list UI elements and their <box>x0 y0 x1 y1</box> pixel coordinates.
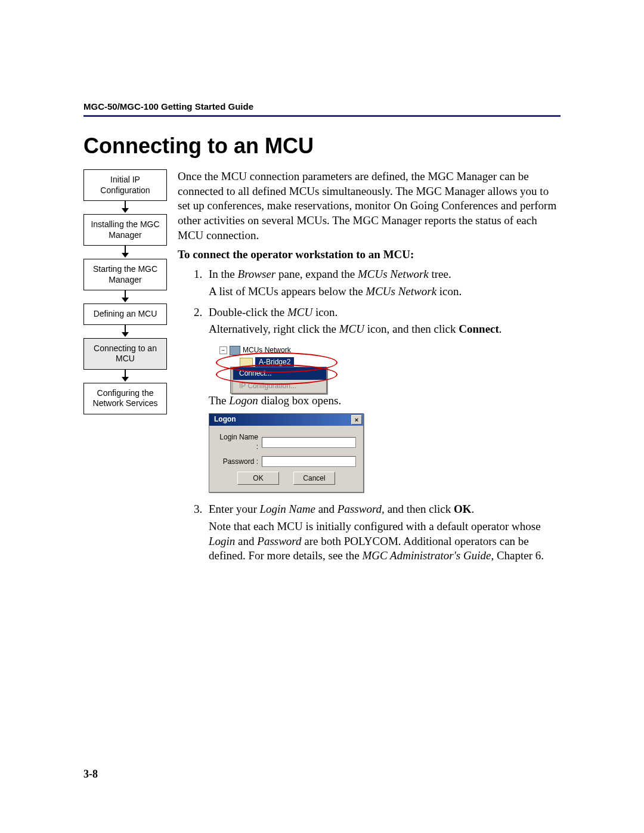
flow-arrow <box>83 325 167 338</box>
flow-arrow <box>83 290 167 304</box>
close-icon[interactable]: × <box>351 415 362 425</box>
password-row: Password : <box>216 456 356 467</box>
flow-step-initial-ip: Initial IP Configuration <box>83 169 167 201</box>
mcu-icon <box>240 358 253 367</box>
context-menu: Connect... IP Configuration... <box>230 367 327 394</box>
procedure-list: In the Browser pane, expand the MCUs Net… <box>178 267 561 563</box>
context-menu-edge <box>231 367 233 393</box>
login-name-input[interactable] <box>262 437 356 448</box>
main-content: Once the MCU connection parameters are d… <box>178 169 561 569</box>
network-icon <box>230 346 240 355</box>
intro-paragraph: Once the MCU connection parameters are d… <box>178 169 561 243</box>
two-column-layout: Initial IP Configuration Installing the … <box>83 169 561 569</box>
screenshot-tree-context-menu: − MCUs Network A-Bridge2 Connect... <box>219 343 333 386</box>
flow-step-define: Defining an MCU <box>83 304 167 325</box>
dialog-title-text: Logon <box>214 415 236 425</box>
flow-step-install: Installing the MGC Manager <box>83 214 167 246</box>
tree-root-row[interactable]: − MCUs Network <box>219 345 333 356</box>
page-title: Connecting to an MCU <box>83 134 561 159</box>
login-name-row: Login Name : <box>216 433 356 451</box>
flow-step-start: Starting the MGC Manager <box>83 259 167 290</box>
page-number: 3-8 <box>83 768 98 781</box>
flowchart: Initial IP Configuration Installing the … <box>83 169 167 414</box>
tree-collapse-icon[interactable]: − <box>219 346 227 354</box>
ok-button[interactable]: OK <box>237 472 279 485</box>
step-1-sub: A list of MCUs appears below the MCUs Ne… <box>209 284 561 299</box>
header-rule <box>83 115 561 117</box>
tree-root-label: MCUs Network <box>243 346 291 355</box>
flow-arrow <box>83 201 167 214</box>
ctx-connect[interactable]: Connect... <box>231 367 326 380</box>
cancel-button[interactable]: Cancel <box>293 472 335 485</box>
mcu-node-label: A-Bridge2 <box>255 357 294 368</box>
running-header: MGC-50/MGC-100 Getting Started Guide <box>83 101 561 112</box>
step-1: In the Browser pane, expand the MCUs Net… <box>205 267 561 299</box>
flow-step-connect: Connecting to an MCU <box>83 338 167 370</box>
login-name-label: Login Name : <box>216 433 262 451</box>
step-2: Double-click the MCU icon. Alternatively… <box>205 305 561 493</box>
dialog-buttons: OK Cancel <box>216 472 356 485</box>
tree-mcu-row[interactable]: A-Bridge2 <box>240 357 333 368</box>
step-3: Enter your Login Name and Password, and … <box>205 502 561 563</box>
document-page: MGC-50/MGC-100 Getting Started Guide Con… <box>0 0 644 833</box>
logon-dialog: Logon × Login Name : Password : <box>209 413 364 493</box>
tree-view: − MCUs Network A-Bridge2 Connect... <box>219 343 333 386</box>
dialog-body: Login Name : Password : OK Cancel <box>209 426 363 492</box>
logon-opens-line: The Logon dialog box opens. <box>209 394 561 408</box>
password-label: Password : <box>216 457 262 467</box>
step-2-sub: Alternatively, right click the MCU icon,… <box>209 322 561 337</box>
flow-step-configure: Configuring the Network Services <box>83 383 167 414</box>
password-input[interactable] <box>262 456 356 467</box>
procedure-heading: To connect the operator workstation to a… <box>178 247 561 262</box>
flow-arrow <box>83 370 167 383</box>
flow-arrow <box>83 246 167 259</box>
dialog-titlebar: Logon × <box>209 414 363 426</box>
ctx-ip-configuration[interactable]: IP Configuration... <box>231 380 326 393</box>
step-3-note: Note that each MCU is initially configur… <box>209 519 561 563</box>
